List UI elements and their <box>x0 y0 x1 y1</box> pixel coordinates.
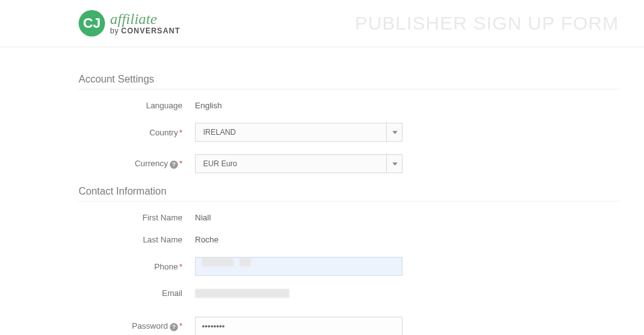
chevron-down-icon <box>392 162 397 166</box>
chevron-down-icon <box>392 131 397 134</box>
last-name-label: Last Name <box>79 235 195 244</box>
page-title: PUBLISHER SIGN UP FORM <box>355 13 619 34</box>
required-marker: * <box>179 321 182 331</box>
password-label: Password?* <box>79 321 195 331</box>
section-account-settings: Account Settings <box>79 74 619 89</box>
required-marker: * <box>179 128 182 137</box>
logo-text: affiliate by CONVERSANT <box>110 11 180 35</box>
help-icon[interactable]: ? <box>170 161 178 169</box>
row-phone: Phone* <box>79 257 619 276</box>
currency-select-caret[interactable] <box>386 154 402 173</box>
currency-label: Currency?* <box>79 159 195 168</box>
country-select-value[interactable]: IRELAND <box>195 123 402 142</box>
logo-wordmark: affiliate <box>110 11 180 27</box>
row-password: Password?* <box>79 317 619 335</box>
password-input[interactable] <box>195 317 402 335</box>
required-marker: * <box>179 159 182 168</box>
email-value <box>195 289 289 298</box>
row-currency: Currency?* EUR Euro <box>79 154 619 173</box>
phone-input[interactable] <box>195 257 402 276</box>
country-label: Country* <box>79 128 195 137</box>
required-marker: * <box>179 262 182 271</box>
last-name-value: Roche <box>195 235 219 244</box>
first-name-label: First Name <box>79 213 195 222</box>
logo-mark: CJ <box>79 10 105 37</box>
row-language: Language English <box>79 101 619 110</box>
form-content: Account Settings Language English Countr… <box>0 47 644 335</box>
row-country: Country* IRELAND <box>79 123 619 142</box>
language-label: Language <box>79 101 195 110</box>
logo-byline: by CONVERSANT <box>110 27 180 35</box>
language-value: English <box>195 101 222 110</box>
section-contact-information: Contact Information <box>79 186 619 202</box>
country-select-caret[interactable] <box>386 123 402 142</box>
row-first-name: First Name Niall <box>79 213 619 222</box>
page-header: CJ affiliate by CONVERSANT PUBLISHER SIG… <box>0 0 644 47</box>
help-icon[interactable]: ? <box>170 323 178 331</box>
email-label: Email <box>79 288 195 298</box>
brand-logo: CJ affiliate by CONVERSANT <box>79 10 180 37</box>
phone-label: Phone* <box>79 262 195 271</box>
first-name-value: Niall <box>195 213 211 222</box>
row-email: Email <box>79 288 619 298</box>
row-last-name: Last Name Roche <box>79 235 619 244</box>
currency-select[interactable]: EUR Euro <box>195 154 402 173</box>
currency-select-value[interactable]: EUR Euro <box>195 154 402 173</box>
country-select[interactable]: IRELAND <box>195 123 402 142</box>
redacted-content <box>202 258 396 266</box>
redacted-content <box>195 289 289 298</box>
